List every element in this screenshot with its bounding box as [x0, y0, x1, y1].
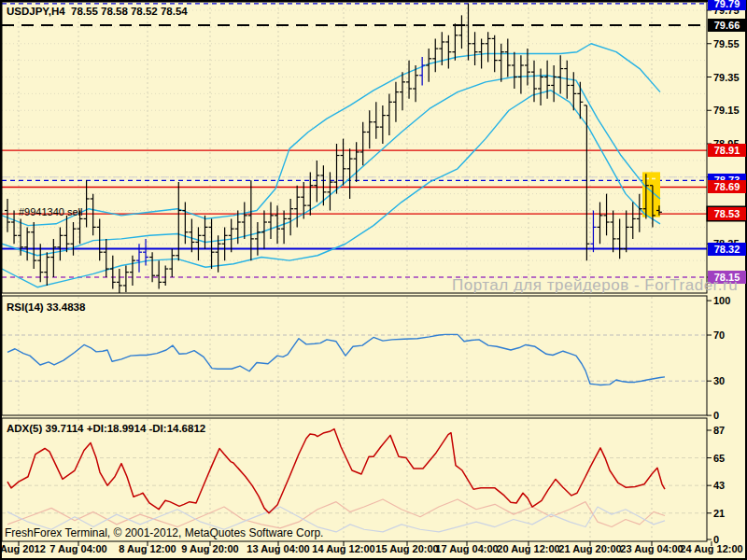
time-label: 3 Aug 2012 — [0, 543, 46, 554]
price-badge-78.15: 78.15 — [708, 271, 746, 284]
time-label: 13 Aug 04:00 — [247, 543, 309, 554]
time-label: 8 Aug 12:00 — [119, 543, 176, 554]
adx-scale-label: 43 — [713, 480, 725, 491]
price-badge-78.32: 78.32 — [708, 243, 746, 256]
time-axis[interactable]: 3 Aug 20127 Aug 04:008 Aug 12:009 Aug 20… — [0, 543, 747, 558]
adx-indicator-label: ADX(5) 39.7114 +DI:18.9914 -DI:14.6812 — [7, 423, 205, 434]
price-badge-78.91: 78.91 — [708, 144, 746, 157]
price-badge-79.66: 79.66 — [708, 19, 746, 32]
time-label: 7 Aug 04:00 — [49, 543, 106, 554]
symbol-title: USDJPY,H4 78.55 78.58 78.52 78.54 — [7, 6, 188, 17]
main-panel[interactable] — [2, 3, 712, 294]
chart-canvas[interactable] — [0, 0, 747, 560]
rsi-scale-label: 100 — [713, 295, 730, 306]
time-label: 20 Aug 12:00 — [497, 543, 559, 554]
band-lines — [2, 44, 660, 287]
time-label: 23 Aug 04:00 — [620, 543, 683, 554]
status-bar: FreshForex Terminal, © 2001-2012, MetaQu… — [5, 526, 323, 539]
price-tick-label: 79.15 — [713, 105, 740, 116]
price-tick-label: 79.55 — [713, 38, 740, 49]
rsi-panel[interactable] — [2, 297, 712, 414]
price-badge-78.53: 78.53 — [708, 207, 746, 220]
time-label: 9 Aug 20:00 — [181, 543, 238, 554]
adx-panel[interactable] — [2, 419, 712, 540]
chart-window: USDJPY,H4 78.55 78.58 78.52 78.54 #99413… — [0, 0, 747, 560]
price-badge-78.69: 78.69 — [708, 180, 746, 193]
adx-scale-label: 21 — [713, 508, 725, 519]
time-label: 15 Aug 20:00 — [375, 543, 438, 554]
price-bars — [5, 4, 662, 294]
price-badge-79.79: 79.79 — [708, 0, 746, 10]
trade-order-label: #9941340 sell — [19, 206, 83, 217]
price-scale[interactable]: 79.7579.5579.3579.1578.9578.7578.5578.35… — [707, 0, 747, 560]
rsi-scale-label: 0 — [713, 410, 719, 421]
rsi-scale-label: 70 — [713, 329, 725, 341]
time-label: 24 Aug 12:00 — [680, 543, 742, 554]
rsi-indicator-label: RSI(14) 33.4838 — [7, 301, 85, 313]
time-label: 21 Aug 20:00 — [558, 543, 621, 554]
time-label: 17 Aug 04:00 — [435, 543, 498, 554]
rsi-scale-label: 30 — [713, 375, 725, 386]
price-tick-label: 79.35 — [713, 72, 740, 83]
adx-scale-label: 87 — [713, 425, 725, 436]
time-label: 14 Aug 12:00 — [312, 543, 374, 554]
adx-scale-label: 65 — [713, 453, 725, 464]
